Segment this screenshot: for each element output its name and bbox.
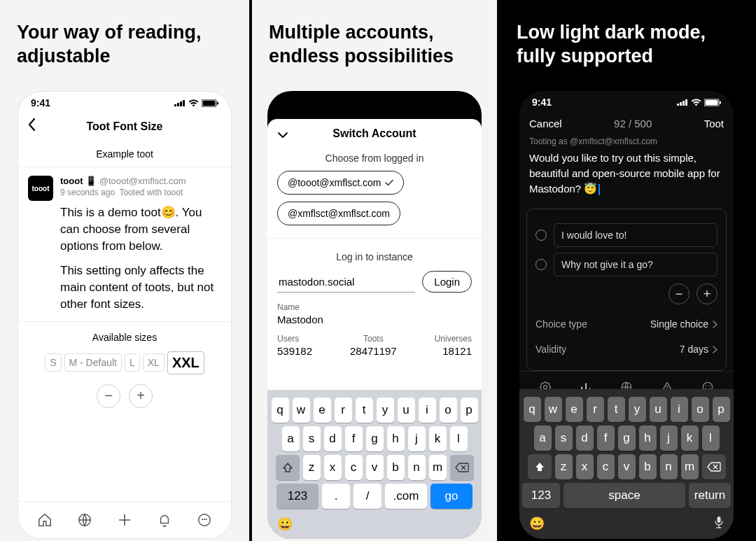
key-n[interactable]: n [660,454,678,479]
key-n[interactable]: n [408,455,426,480]
key-h[interactable]: h [639,426,657,451]
emoji-key[interactable]: 😀 [277,517,293,532]
key-y[interactable]: y [377,398,394,423]
key-s[interactable]: s [303,426,321,451]
key-o[interactable]: o [692,397,709,422]
key-q[interactable]: q [524,397,541,422]
tab-notifications[interactable] [156,512,173,528]
key-t[interactable]: t [356,398,373,423]
poll-validity-row[interactable]: Validity 7 days [536,337,718,362]
key-l[interactable]: l [702,426,720,451]
key-c[interactable]: c [597,454,615,479]
key-o[interactable]: o [440,398,457,423]
key-p[interactable]: p [461,398,478,423]
num-key[interactable]: 123 [276,484,318,509]
key-v[interactable]: v [366,455,384,480]
key-k[interactable]: k [429,426,447,451]
poll-radio-2[interactable] [536,259,547,270]
key-g[interactable]: g [618,426,636,451]
mic-key-dark[interactable] [714,516,724,532]
size-m[interactable]: M - Default [64,353,122,372]
account-chip-1[interactable]: @tooot@xmflsct.com [277,171,404,195]
key-j[interactable]: j [408,426,426,451]
dot-key[interactable]: . [322,484,350,509]
poll-input-2[interactable] [554,253,718,276]
headline-1: Your way of reading, adjustable [0,0,249,69]
poll-remove-button[interactable]: − [668,283,690,304]
poll-radio-1[interactable] [536,230,547,241]
sheet-close-button[interactable] [277,129,288,141]
key-a[interactable]: a [534,426,552,451]
key-a[interactable]: a [282,426,300,451]
key-f[interactable]: f [345,426,363,451]
key-j[interactable]: j [660,426,678,451]
poll-input-1[interactable] [554,223,718,247]
poll-add-button[interactable]: + [696,283,718,304]
instance-name-value: Mastodon [277,314,472,325]
key-w[interactable]: w [293,398,310,423]
key-f[interactable]: f [597,426,615,451]
tab-profile[interactable] [196,512,213,528]
key-l[interactable]: l [450,426,468,451]
key-d[interactable]: d [324,426,342,451]
dotcom-key[interactable]: .com [385,484,427,509]
go-key[interactable]: go [430,484,472,509]
key-y[interactable]: y [629,397,646,422]
key-c[interactable]: c [345,455,363,480]
cancel-button[interactable]: Cancel [529,118,562,129]
key-e[interactable]: e [566,397,583,422]
emoji-key-dark[interactable]: 😀 [529,516,545,532]
key-k[interactable]: k [681,426,699,451]
key-x[interactable]: x [576,454,594,479]
num-key-dark[interactable]: 123 [522,483,560,508]
login-button[interactable]: Login [422,271,472,293]
key-z[interactable]: z [555,454,573,479]
key-e[interactable]: e [314,398,331,423]
key-b[interactable]: b [639,454,657,479]
compose-text[interactable]: Would you like to try out this simple, b… [519,150,734,196]
size-s[interactable]: S [45,353,61,372]
slash-key[interactable]: / [354,484,382,509]
key-u[interactable]: u [650,397,667,422]
poll-choice-row[interactable]: Choice type Single choice [536,311,718,337]
key-r[interactable]: r [587,397,604,422]
size-minus-button[interactable]: − [97,384,120,408]
instance-input[interactable] [277,272,415,293]
tab-globe[interactable] [76,512,93,528]
size-xl[interactable]: XL [143,353,164,372]
key-z[interactable]: z [303,455,321,480]
account-chip-2[interactable]: @xmflsct@xmflsct.com [277,202,400,225]
key-i[interactable]: i [419,398,436,423]
shift-key[interactable] [276,455,300,480]
key-d[interactable]: d [576,426,594,451]
key-x[interactable]: x [324,455,342,480]
keyboard-light: qwertyuiop asdfghjkl zxcvbnm 123 . / .co… [267,390,482,539]
key-i[interactable]: i [671,397,688,422]
tab-compose[interactable] [116,512,133,528]
size-xxl[interactable]: XXL [167,351,204,374]
toot-time: 9 seconds ago [60,188,115,197]
key-v[interactable]: v [618,454,636,479]
key-u[interactable]: u [398,398,415,423]
toot-button[interactable]: Toot [704,118,724,129]
key-p[interactable]: p [713,397,730,422]
backspace-key-dark[interactable] [702,454,726,479]
key-r[interactable]: r [335,398,352,423]
key-m[interactable]: m [681,454,699,479]
size-l[interactable]: L [125,353,140,372]
key-g[interactable]: g [366,426,384,451]
space-key-dark[interactable]: space [564,483,685,508]
size-plus-button[interactable]: + [129,384,153,408]
key-b[interactable]: b [387,455,405,480]
svg-rect-14 [682,101,685,106]
key-t[interactable]: t [608,397,625,422]
return-key-dark[interactable]: return [689,483,731,508]
key-s[interactable]: s [555,426,573,451]
shift-key-dark[interactable] [528,454,552,479]
backspace-key[interactable] [450,455,474,480]
key-h[interactable]: h [387,426,405,451]
tab-home[interactable] [36,512,53,528]
key-q[interactable]: q [272,398,289,423]
key-m[interactable]: m [429,455,447,480]
key-w[interactable]: w [545,397,562,422]
